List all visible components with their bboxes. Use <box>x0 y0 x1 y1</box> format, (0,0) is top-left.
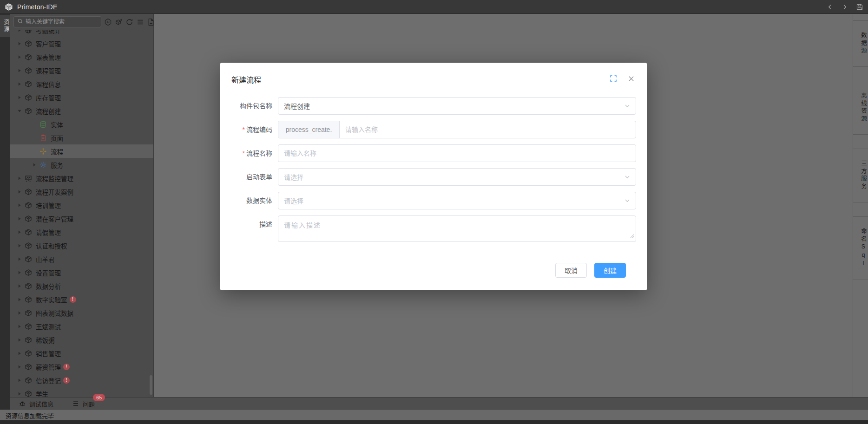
tree-item[interactable]: 王斌测试 <box>10 320 153 333</box>
tree-item-label: 客户管理 <box>36 39 61 48</box>
rail-tab-4[interactable]: 命名Sql <box>853 216 868 280</box>
caret-right-icon[interactable] <box>17 310 22 316</box>
caret-right-icon[interactable] <box>17 297 22 302</box>
save-layout-icon[interactable] <box>856 3 863 11</box>
tree-item-label: 学生 <box>36 389 48 398</box>
caret-right-icon[interactable] <box>17 54 22 60</box>
tree-item-label: 设置管理 <box>36 268 61 277</box>
cube-icon <box>25 80 32 88</box>
caret-right-icon[interactable] <box>17 337 22 343</box>
search-input[interactable] <box>26 19 98 25</box>
tree-item[interactable]: 学生 <box>10 387 153 397</box>
select-field[interactable]: 请选择 <box>278 192 636 209</box>
outline-list-icon[interactable] <box>136 18 144 26</box>
rail-tab-1[interactable]: 数据源 <box>853 20 868 67</box>
tree-item[interactable]: 服务 <box>10 158 153 171</box>
tree-item-label: 流程 <box>51 147 63 156</box>
field-control <box>278 144 636 162</box>
ai-assistant-icon[interactable]: AI <box>104 18 112 26</box>
caret-right-icon[interactable] <box>17 283 22 289</box>
resize-grip-icon[interactable] <box>630 232 634 240</box>
tree-item[interactable]: 流程 <box>10 144 153 158</box>
tree-item[interactable]: 培训管理 <box>10 198 153 212</box>
caret-right-icon[interactable] <box>17 176 22 181</box>
cube-icon <box>25 53 32 61</box>
caret-right-icon[interactable] <box>17 391 22 397</box>
create-button[interactable]: 创建 <box>594 263 626 278</box>
form-row: *流程名称 <box>220 144 636 162</box>
caret-right-icon[interactable] <box>17 216 22 222</box>
document-icon[interactable] <box>147 18 155 26</box>
tree-item[interactable]: 流程开发案例 <box>10 185 153 198</box>
sidebar-scrollbar-thumb[interactable] <box>150 375 152 395</box>
code-prefix: process_create. <box>278 121 340 138</box>
caret-right-icon[interactable] <box>17 324 22 329</box>
caret-right-icon[interactable] <box>17 189 22 195</box>
tree-item[interactable]: 页面 <box>10 131 153 144</box>
tree-item[interactable]: 认证和授权 <box>10 239 153 252</box>
rail-tab-3[interactable]: 三方服务 <box>853 149 868 202</box>
caret-right-icon[interactable] <box>17 202 22 208</box>
tree-item[interactable]: 稀饭粥 <box>10 333 153 346</box>
tree-item[interactable]: 客户管理 <box>10 37 153 50</box>
caret-right-icon[interactable] <box>17 41 22 46</box>
caret-right-icon[interactable] <box>17 378 22 383</box>
text-input[interactable] <box>284 150 630 157</box>
caret-right-icon[interactable] <box>17 30 22 33</box>
caret-right-icon[interactable] <box>32 162 37 168</box>
close-icon[interactable] <box>627 75 635 82</box>
tree-item[interactable]: 流程监控管理 <box>10 171 153 185</box>
tree-item-label: 课表管理 <box>36 52 61 62</box>
rail-tab-resources[interactable]: 资源 <box>0 15 10 37</box>
tree-item[interactable]: 课表管理 <box>10 50 153 64</box>
tree-item[interactable]: 数字实验室! <box>10 293 153 306</box>
caret-right-icon[interactable] <box>17 270 22 275</box>
bottom-tab[interactable]: 调试信息 <box>19 399 53 408</box>
tree-item[interactable]: 考勤统计 <box>10 30 153 37</box>
tree-item[interactable]: 数据分析 <box>10 279 153 293</box>
description-textarea[interactable] <box>278 216 636 241</box>
refresh-icon[interactable] <box>125 18 133 26</box>
select-placeholder: 请选择 <box>284 196 303 205</box>
tree-item-label: 实体 <box>51 120 63 129</box>
tree-item[interactable]: 课程管理 <box>10 64 153 77</box>
rail-tab-2[interactable]: 离线资源 <box>853 81 868 135</box>
tree-item[interactable]: 信访登记! <box>10 373 153 387</box>
fullscreen-icon[interactable] <box>610 75 617 82</box>
new-component-icon[interactable] <box>115 18 123 26</box>
caret-right-icon[interactable] <box>17 256 22 262</box>
tree-item[interactable]: 课程信息 <box>10 77 153 91</box>
caret-right-icon[interactable] <box>17 351 22 356</box>
caret-down-icon[interactable] <box>17 108 22 114</box>
process-code-input[interactable] <box>345 126 630 133</box>
tree-item[interactable]: 实体 <box>10 117 153 131</box>
tree-item[interactable]: 潜在客户管理 <box>10 212 153 225</box>
cancel-button[interactable]: 取消 <box>555 263 587 278</box>
caret-right-icon[interactable] <box>17 95 22 100</box>
tree-item[interactable]: 山羊君 <box>10 252 153 266</box>
tree-item[interactable]: 图表测试数据 <box>10 306 153 320</box>
tree-item-label: 课程管理 <box>36 66 61 75</box>
nav-forward-icon[interactable] <box>841 3 848 11</box>
caret-right-icon[interactable] <box>17 68 22 73</box>
caret-right-icon[interactable] <box>17 243 22 248</box>
cube-icon <box>25 215 32 222</box>
form-row: 构件包名称流程创建 <box>220 97 636 115</box>
select-field[interactable]: 流程创建 <box>278 97 636 115</box>
caret-right-icon[interactable] <box>17 229 22 235</box>
tree-item[interactable]: 销售管理 <box>10 346 153 360</box>
tree-item-label: 认证和授权 <box>36 241 67 250</box>
nav-back-icon[interactable] <box>826 3 834 11</box>
tree-item[interactable]: 流程创建 <box>10 104 153 117</box>
tree-item-label: 销售管理 <box>36 349 61 358</box>
caret-right-icon[interactable] <box>17 81 22 87</box>
select-field[interactable]: 请选择 <box>278 168 636 186</box>
tree-item[interactable]: 设置管理 <box>10 266 153 279</box>
issues-list-icon <box>72 400 79 407</box>
bottom-tab[interactable]: 问题65 <box>72 399 95 408</box>
chevron-down-icon <box>625 198 630 203</box>
tree-item[interactable]: 库存管理 <box>10 91 153 104</box>
tree-item[interactable]: 请假管理 <box>10 225 153 239</box>
tree-item[interactable]: 薪资管理! <box>10 360 153 373</box>
caret-right-icon[interactable] <box>17 364 22 370</box>
